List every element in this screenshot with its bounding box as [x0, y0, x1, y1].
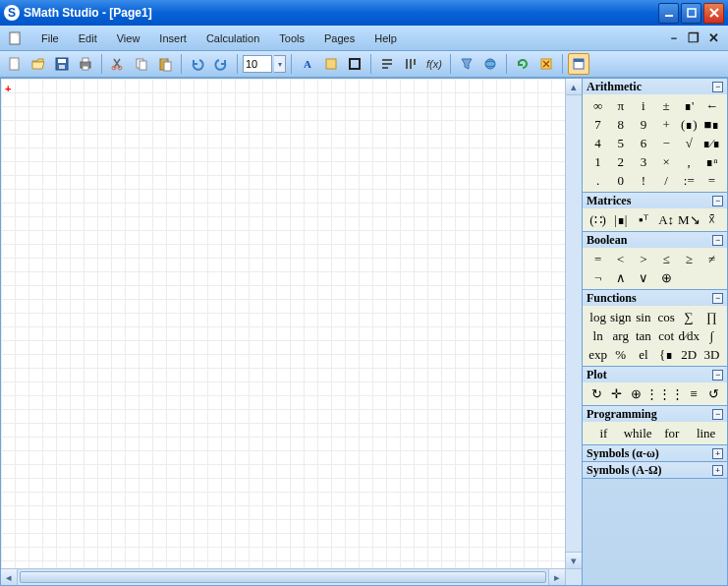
scroll-thumb[interactable]	[20, 571, 546, 583]
arithmetic-cell[interactable]: ,	[678, 152, 700, 171]
boolean-cell[interactable]: ≥	[678, 250, 700, 268]
panel-programming-toggle[interactable]: −	[712, 409, 723, 420]
panel-symbols-lower-head[interactable]: Symbols (α-ω) +	[583, 445, 727, 461]
panel-boolean-head[interactable]: Boolean −	[583, 232, 727, 248]
arithmetic-cell[interactable]: 1	[587, 152, 609, 171]
functions-cell[interactable]: sin	[632, 308, 654, 326]
redo-button[interactable]	[210, 53, 232, 75]
arithmetic-cell[interactable]: 8	[609, 115, 632, 134]
plot-cell[interactable]: ✛	[606, 384, 626, 403]
minimize-button[interactable]	[658, 3, 679, 24]
open-button[interactable]	[28, 53, 49, 75]
textcolor-button[interactable]: A	[297, 53, 318, 75]
matrices-cell[interactable]: (∷)	[587, 210, 609, 229]
mdi-restore-button[interactable]: ❐	[685, 30, 702, 46]
funnel-button[interactable]	[456, 53, 477, 75]
panel-symbols-upper-toggle[interactable]: +	[712, 465, 723, 476]
arithmetic-cell[interactable]: ×	[654, 152, 677, 171]
menu-view[interactable]: View	[107, 29, 150, 47]
close-button[interactable]	[703, 3, 724, 24]
boolean-cell[interactable]: ∧	[609, 268, 632, 287]
arithmetic-cell[interactable]: 7	[587, 115, 609, 134]
programming-cell[interactable]: for	[655, 424, 690, 442]
arithmetic-cell[interactable]: !	[632, 171, 654, 190]
menu-calculation[interactable]: Calculation	[196, 29, 269, 47]
functions-cell[interactable]: 3D	[700, 345, 723, 364]
arithmetic-cell[interactable]: ∞	[587, 96, 609, 115]
arithmetic-cell[interactable]: π	[609, 96, 632, 115]
arithmetic-cell[interactable]: ±	[654, 96, 677, 115]
programming-cell[interactable]: while	[621, 424, 655, 442]
arithmetic-cell[interactable]: :=	[678, 171, 700, 190]
functions-cell[interactable]: el	[632, 345, 654, 364]
functions-cell[interactable]: sign	[609, 308, 632, 326]
programming-cell[interactable]: line	[689, 424, 723, 442]
arithmetic-cell[interactable]: +	[654, 115, 677, 134]
align2-button[interactable]	[400, 53, 421, 75]
arithmetic-cell[interactable]: =	[700, 171, 723, 190]
fillcolor-button[interactable]	[320, 53, 342, 75]
panel-plot-head[interactable]: Plot −	[583, 367, 727, 382]
plot-cell[interactable]: ⋮⋮⋮	[645, 384, 684, 403]
arithmetic-cell[interactable]: ←	[700, 96, 723, 115]
matrices-cell[interactable]: ▪ᵀ	[632, 210, 654, 229]
functions-cell[interactable]: ∫	[700, 326, 723, 345]
function-button[interactable]: f(x)	[423, 53, 445, 75]
arithmetic-cell[interactable]: 6	[632, 134, 654, 152]
horizontal-scrollbar[interactable]: ◂ ▸	[1, 568, 565, 585]
functions-cell[interactable]: cot	[654, 326, 677, 345]
arithmetic-cell[interactable]: (∎)	[678, 115, 700, 134]
functions-cell[interactable]: ln	[587, 326, 609, 345]
functions-cell[interactable]: arg	[609, 326, 632, 345]
functions-cell[interactable]: ∑	[678, 308, 700, 326]
arithmetic-cell[interactable]: .	[587, 171, 609, 190]
scroll-right-button[interactable]: ▸	[548, 569, 565, 585]
arithmetic-cell[interactable]: √	[678, 134, 700, 152]
vertical-scrollbar[interactable]: ▴ ▾	[565, 79, 582, 568]
panel-toggle-button[interactable]	[568, 53, 589, 75]
stop-button[interactable]	[535, 53, 557, 75]
arithmetic-cell[interactable]: −	[654, 134, 677, 152]
plot-cell[interactable]: ↺	[703, 384, 723, 403]
scroll-track[interactable]	[18, 569, 548, 585]
undo-button[interactable]	[187, 53, 208, 75]
menu-file[interactable]: File	[31, 29, 69, 47]
functions-cell[interactable]: exp	[587, 345, 609, 364]
boolean-cell[interactable]: ⊕	[654, 268, 677, 287]
scroll-up-button[interactable]: ▴	[566, 79, 582, 95]
panel-arithmetic-head[interactable]: Arithmetic −	[583, 79, 727, 94]
functions-cell[interactable]: tan	[632, 326, 654, 345]
panel-functions-head[interactable]: Functions −	[583, 290, 727, 306]
functions-cell[interactable]: {∎	[654, 345, 677, 364]
matrices-cell[interactable]: ☓̄	[700, 210, 723, 229]
bordercolor-button[interactable]	[344, 53, 365, 75]
arithmetic-cell[interactable]: ∎'	[678, 96, 700, 115]
scroll-down-button[interactable]: ▾	[566, 552, 582, 568]
arithmetic-cell[interactable]: 3	[632, 152, 654, 171]
paste-button[interactable]	[154, 53, 176, 75]
arithmetic-cell[interactable]: 9	[632, 115, 654, 134]
scroll-left-button[interactable]: ◂	[1, 569, 18, 585]
matrices-cell[interactable]: M↘	[678, 210, 700, 229]
arithmetic-cell[interactable]: 4	[587, 134, 609, 152]
functions-cell[interactable]: log	[587, 308, 609, 326]
boolean-cell[interactable]: <	[609, 250, 632, 268]
cut-button[interactable]	[107, 53, 129, 75]
save-button[interactable]	[51, 53, 73, 75]
arithmetic-cell[interactable]: 2	[609, 152, 632, 171]
arithmetic-cell[interactable]: ∎ⁿ	[700, 152, 723, 171]
plot-cell[interactable]: ↻	[587, 384, 606, 403]
programming-cell[interactable]: if	[587, 424, 621, 442]
arithmetic-cell[interactable]: 0	[609, 171, 632, 190]
matrices-cell[interactable]: A↕	[654, 210, 677, 229]
recalc-button[interactable]	[512, 53, 533, 75]
print-button[interactable]	[75, 53, 96, 75]
boolean-cell[interactable]: =	[587, 250, 609, 268]
plot-cell[interactable]: ≡	[684, 384, 703, 403]
functions-cell[interactable]: ∏	[700, 308, 723, 326]
menu-help[interactable]: Help	[364, 29, 407, 47]
panel-functions-toggle[interactable]: −	[712, 293, 723, 304]
mdi-minimize-button[interactable]: ﹣	[665, 30, 683, 46]
boolean-cell[interactable]: ∨	[632, 268, 654, 287]
panel-symbols-upper-head[interactable]: Symbols (Α-Ω) +	[583, 462, 727, 478]
